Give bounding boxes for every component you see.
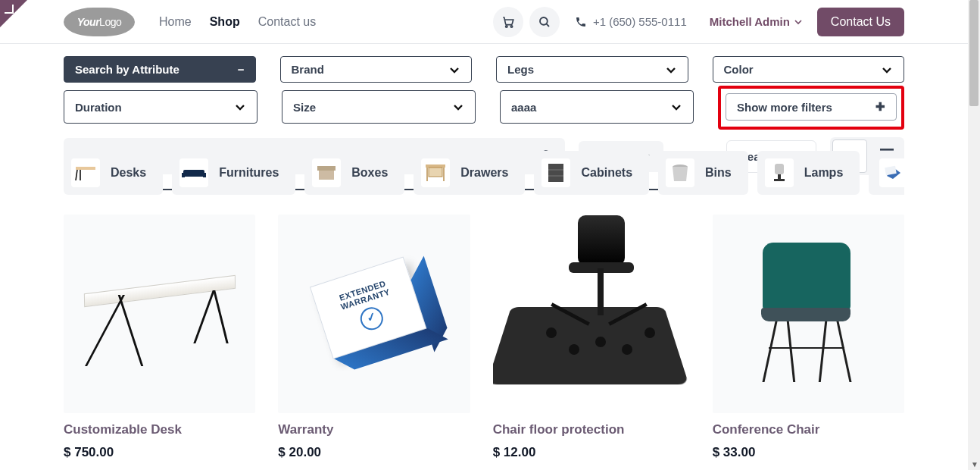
svg-rect-14 (203, 173, 206, 177)
category-label: Lamps (804, 166, 844, 180)
category-desks[interactable]: Desks (64, 151, 163, 195)
product-title: Conference Chair (713, 422, 904, 437)
lamps-thumb-icon (765, 158, 794, 187)
plus-icon: ✚ (875, 100, 885, 114)
svg-rect-25 (775, 164, 784, 174)
product-card[interactable]: Chair floor protection $ 12.00 (493, 215, 690, 460)
product-card[interactable]: EXTENDED WARRANTY Warranty $ 20.00 (278, 215, 470, 460)
logo-part1: Your (77, 16, 99, 28)
product-image (493, 215, 690, 413)
chevron-down-icon (881, 64, 893, 76)
phone-icon (575, 16, 587, 28)
svg-point-0 (505, 25, 507, 27)
filter-label: Show more filters (737, 101, 832, 114)
filter-size[interactable]: Size (282, 90, 476, 124)
user-menu[interactable]: Mitchell Admin (710, 15, 802, 28)
drawers-thumb-icon (421, 158, 450, 187)
svg-rect-11 (76, 167, 95, 170)
svg-rect-15 (319, 169, 334, 180)
product-price: $ 750.00 (64, 445, 255, 460)
category-label: Drawers (460, 166, 508, 180)
brand-logo[interactable]: YourLogo (64, 8, 135, 36)
category-lamps[interactable]: Lamps (757, 151, 860, 195)
category-label: Desks (111, 166, 146, 180)
phone-number: +1 (650) 555-0111 (593, 15, 687, 28)
top-nav: YourLogo Home Shop Contact us +1 (650) 5… (0, 0, 968, 44)
filter-label: Size (293, 101, 316, 114)
product-price: $ 33.00 (713, 445, 904, 460)
boxes-thumb-icon (312, 158, 341, 187)
contact-us-button[interactable]: Contact Us (817, 8, 904, 36)
show-more-filters-highlight: Show more filters ✚ (718, 86, 904, 130)
category-bins[interactable]: Bins (658, 151, 748, 195)
vertical-scrollbar[interactable]: ▼ (968, 0, 980, 460)
chevron-down-icon (670, 101, 682, 113)
cart-icon (501, 15, 515, 29)
minus-icon: − (238, 63, 245, 76)
category-scroller[interactable]: Desks Furnitures Boxes (64, 151, 904, 201)
desks-thumb-icon (71, 158, 100, 187)
editor-corner-badge[interactable] (0, 0, 27, 27)
svg-rect-13 (182, 173, 185, 177)
chevron-down-icon (665, 64, 677, 76)
product-price: $ 12.00 (493, 445, 690, 460)
category-furnitures[interactable]: Furnitures (172, 151, 295, 195)
product-image: EXTENDED WARRANTY (278, 215, 470, 413)
category-label: Boxes (351, 166, 388, 180)
filter-legs[interactable]: Legs (496, 56, 688, 83)
product-title: Customizable Desk (64, 422, 255, 437)
scrollbar-thumb[interactable] (969, 0, 978, 106)
cabinets-thumb-icon (541, 158, 570, 187)
category-cabinets[interactable]: Cabinets (534, 151, 649, 195)
svg-rect-12 (183, 170, 204, 177)
product-title: Warranty (278, 422, 470, 437)
filter-aaaa[interactable]: aaaa (500, 90, 694, 124)
product-image (64, 215, 255, 413)
svg-rect-18 (429, 168, 442, 177)
filter-duration[interactable]: Duration (64, 90, 257, 124)
chevron-down-icon (234, 101, 246, 113)
product-card[interactable]: Customizable Desk $ 750.00 (64, 215, 255, 460)
filter-label: Color (724, 63, 754, 76)
svg-rect-26 (778, 174, 781, 179)
phone-display: +1 (650) 555-0111 (575, 15, 687, 28)
filter-label: aaaa (511, 101, 536, 114)
product-grid: Customizable Desk $ 750.00 EXTENDED WARR… (64, 215, 904, 460)
bins-thumb-icon (666, 158, 694, 187)
nav-contact[interactable]: Contact us (258, 15, 316, 29)
filter-search-by-attribute[interactable]: Search by Attribute − (64, 56, 256, 83)
product-title: Chair floor protection (493, 422, 690, 437)
category-more[interactable] (869, 151, 904, 195)
category-label: Furnitures (219, 166, 279, 180)
category-label: Bins (705, 166, 732, 180)
category-drawers[interactable]: Drawers (414, 151, 525, 195)
search-icon (538, 15, 551, 29)
svg-rect-17 (426, 164, 445, 168)
nav-home[interactable]: Home (159, 15, 192, 29)
category-boxes[interactable]: Boxes (304, 151, 404, 195)
product-price: $ 20.00 (278, 445, 470, 460)
search-button[interactable] (529, 7, 560, 37)
filter-brand[interactable]: Brand (280, 56, 473, 83)
filter-color[interactable]: Color (713, 56, 905, 83)
logo-part2: Logo (99, 16, 121, 28)
svg-rect-27 (774, 179, 785, 181)
main-nav: Home Shop Contact us (159, 15, 316, 29)
product-card[interactable]: Conference Chair $ 33.00 (713, 215, 904, 460)
product-image (713, 215, 904, 413)
svg-rect-16 (317, 166, 336, 171)
chevron-down-icon (452, 101, 464, 113)
filter-label: Brand (292, 63, 324, 76)
svg-rect-21 (548, 164, 563, 182)
filter-label: Duration (75, 101, 122, 114)
filter-label: Legs (507, 63, 534, 76)
user-name: Mitchell Admin (710, 15, 790, 28)
cart-button[interactable] (493, 7, 523, 37)
warranty-seal-icon (357, 304, 386, 333)
chevron-down-icon (448, 64, 460, 76)
more-thumb-icon (879, 158, 904, 187)
caret-down-icon (794, 18, 802, 26)
show-more-filters-button[interactable]: Show more filters ✚ (726, 93, 897, 121)
svg-point-1 (510, 25, 512, 27)
nav-shop[interactable]: Shop (210, 15, 240, 29)
